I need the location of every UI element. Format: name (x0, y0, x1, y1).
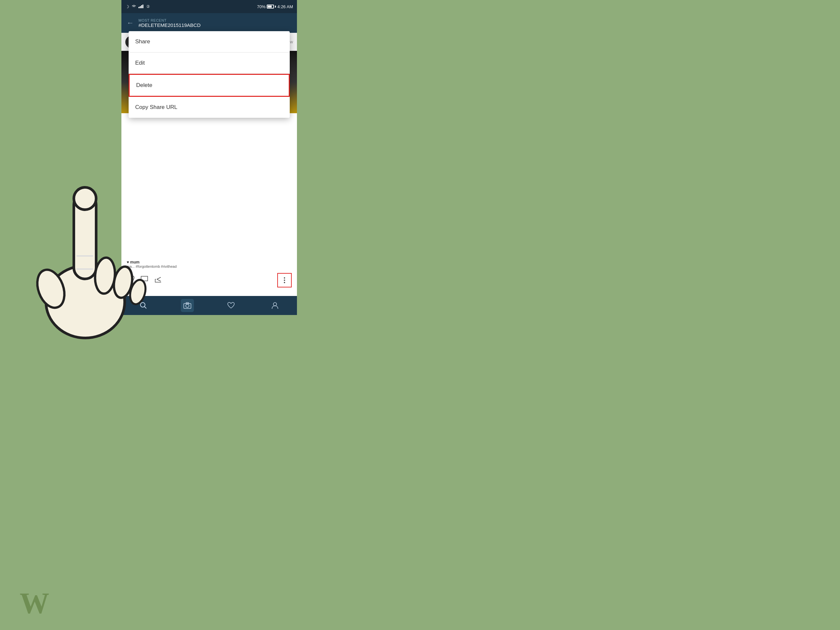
comment-icon[interactable] (141, 276, 148, 285)
back-button[interactable]: ← (127, 19, 134, 27)
bottom-nav (122, 296, 297, 315)
time-display: 4:26 AM (277, 4, 293, 9)
more-options-button[interactable] (277, 273, 292, 287)
post-actions (122, 272, 297, 289)
nav-header: ← MOST RECENT #DELETEME2015119ABCD (122, 13, 297, 33)
menu-item-copy-share-url[interactable]: Copy Share URL (129, 97, 290, 118)
nav-title: #DELETEME2015119ABCD (139, 22, 201, 28)
status-bar-right: 70% 4:26 AM (257, 4, 293, 9)
svg-point-12 (273, 303, 276, 306)
context-menu: Share Edit Delete Copy Share URL (129, 31, 290, 118)
status-bar: ☽ ② 70% 4:26 AM (122, 0, 297, 13)
caption-likes: ♥ mum (127, 260, 292, 264)
like-icon[interactable] (127, 276, 134, 285)
sim-icon: ② (146, 4, 150, 9)
dot-2 (284, 279, 285, 281)
battery-icon (267, 5, 274, 8)
dot-1 (284, 277, 285, 279)
battery-percent: 70% (257, 4, 265, 9)
post-caption: ♥ mum ma... #forgottentomb #rivithead (122, 259, 297, 272)
svg-rect-2 (141, 5, 142, 8)
moon-icon: ☽ (125, 4, 129, 9)
svg-rect-11 (186, 303, 189, 304)
nav-heart[interactable] (224, 299, 238, 312)
nav-search[interactable] (137, 299, 150, 312)
status-bar-left: ☽ ② (125, 4, 150, 9)
menu-item-delete[interactable]: Delete (129, 74, 290, 97)
wikihow-watermark: W (20, 586, 49, 620)
svg-point-7 (141, 303, 145, 307)
menu-item-edit[interactable]: Edit (129, 52, 290, 74)
svg-rect-1 (140, 6, 141, 8)
caption-text: ma... #forgottentomb #rivithead (127, 264, 292, 268)
nav-camera[interactable] (181, 299, 194, 312)
svg-point-10 (186, 304, 189, 308)
svg-rect-3 (142, 5, 144, 8)
wifi-icon (131, 4, 136, 9)
nav-title-block: MOST RECENT #DELETEME2015119ABCD (139, 18, 201, 28)
action-icons-group (127, 276, 162, 285)
svg-line-8 (144, 306, 146, 308)
menu-item-share[interactable]: Share (129, 31, 290, 52)
nav-profile[interactable] (268, 299, 281, 312)
svg-rect-0 (139, 7, 139, 8)
nav-subtitle: MOST RECENT (139, 18, 201, 22)
battery-tip (275, 6, 276, 8)
signal-icon (139, 4, 144, 9)
phone-screen: ☽ ② 70% 4:26 AM (122, 0, 297, 315)
dot-3 (284, 282, 285, 283)
share-icon[interactable] (154, 276, 162, 285)
